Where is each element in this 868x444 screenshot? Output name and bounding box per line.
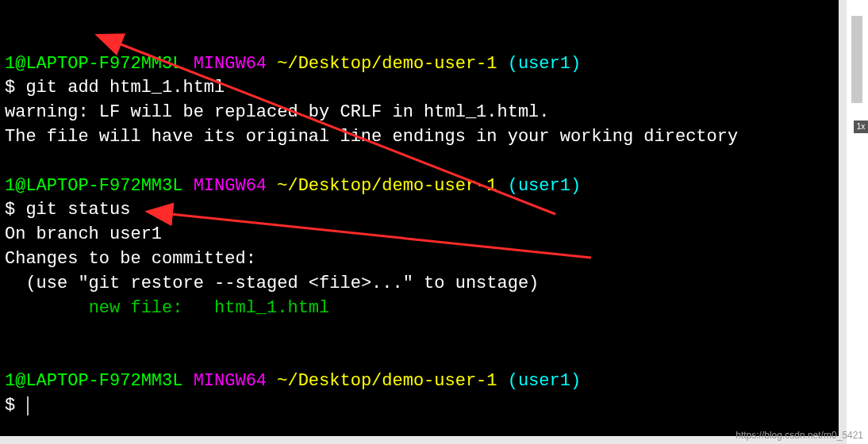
git-branch: (user1) (508, 371, 581, 391)
cwd-path: ~/Desktop/demo-user-1 (277, 176, 497, 196)
cursor[interactable] (27, 396, 29, 415)
shell-env: MINGW64 (194, 371, 267, 391)
status-changes-header: Changes to be committed: (5, 249, 256, 269)
prompt-line: 1@LAPTOP-F972MM3L MINGW64 ~/Desktop/demo… (5, 371, 581, 391)
shell-env: MINGW64 (194, 176, 267, 196)
cwd-path: ~/Desktop/demo-user-1 (277, 371, 497, 391)
zoom-tag: 1x (854, 121, 868, 133)
status-staged-file: new file: html_1.html (5, 298, 329, 318)
watermark-text: https://blog.csdn.net/m0_5421 (735, 430, 863, 441)
cwd-path: ~/Desktop/demo-user-1 (277, 54, 497, 74)
prompt-line: 1@LAPTOP-F972MM3L MINGW64 ~/Desktop/demo… (5, 54, 581, 74)
terminal-window[interactable]: 1@LAPTOP-F972MM3L MINGW64 ~/Desktop/demo… (0, 0, 839, 436)
status-restore-hint: (use "git restore --staged <file>..." to… (5, 274, 539, 293)
command-git-add: git add html_1.html (25, 78, 225, 98)
git-branch: (user1) (508, 176, 581, 196)
user-host: 1@LAPTOP-F972MM3L (5, 176, 182, 196)
shell-env: MINGW64 (194, 54, 267, 74)
status-branch-line: On branch user1 (5, 224, 162, 244)
scrollbar[interactable] (851, 16, 862, 103)
output-warning-line-2: The file will have its original line end… (5, 127, 738, 147)
git-branch: (user1) (508, 54, 581, 74)
output-warning-line-1: warning: LF will be replaced by CRLF in … (5, 102, 550, 122)
user-host: 1@LAPTOP-F972MM3L (5, 54, 182, 74)
prompt-symbol: $ (5, 78, 15, 98)
side-strip: 1x (847, 0, 868, 444)
user-host: 1@LAPTOP-F972MM3L (5, 371, 182, 391)
prompt-symbol: $ (5, 200, 15, 220)
prompt-symbol: $ (5, 396, 15, 415)
prompt-line: 1@LAPTOP-F972MM3L MINGW64 ~/Desktop/demo… (5, 176, 581, 196)
command-git-status: git status (25, 200, 130, 220)
